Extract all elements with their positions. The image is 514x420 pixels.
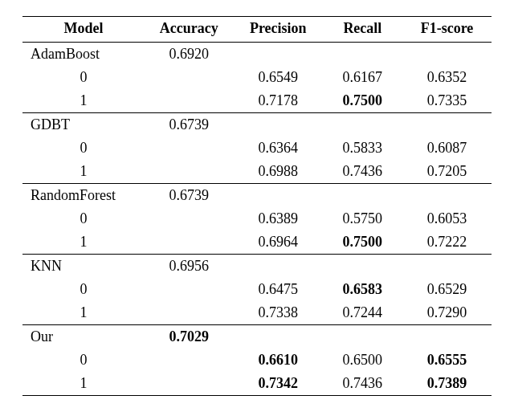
recall-value: 0.6500 — [323, 349, 402, 372]
f1-value: 0.7290 — [402, 301, 492, 325]
accuracy-value: 0.6920 — [145, 43, 234, 67]
table-group-header: Our0.7029 — [22, 325, 492, 349]
table-group-header: AdamBoost0.6920 — [22, 43, 492, 67]
col-recall: Recall — [323, 17, 402, 43]
empty-cell — [145, 137, 234, 160]
table-row: 10.73420.74360.7389 — [22, 372, 492, 396]
model-name: RandomForest — [22, 184, 145, 208]
f1-value: 0.6352 — [402, 66, 492, 89]
results-table: Model Accuracy Precision Recall F1-score… — [22, 16, 492, 396]
empty-cell — [145, 89, 234, 113]
empty-cell — [145, 372, 234, 396]
precision-value: 0.6964 — [234, 230, 323, 255]
table-header-row: Model Accuracy Precision Recall F1-score — [22, 17, 492, 43]
model-name: KNN — [22, 255, 145, 279]
recall-value: 0.7436 — [323, 160, 402, 184]
model-name: Our — [22, 325, 145, 349]
precision-value: 0.6549 — [234, 66, 323, 89]
table-group-header: KNN0.6956 — [22, 255, 492, 279]
class-label: 1 — [22, 89, 145, 113]
empty-cell — [402, 184, 492, 208]
empty-cell — [145, 349, 234, 372]
col-precision: Precision — [234, 17, 323, 43]
precision-value: 0.6389 — [234, 207, 323, 230]
empty-cell — [145, 301, 234, 325]
recall-value: 0.7436 — [323, 372, 402, 396]
empty-cell — [145, 160, 234, 184]
model-name: GDBT — [22, 113, 145, 137]
empty-cell — [323, 325, 402, 349]
precision-value: 0.7178 — [234, 89, 323, 113]
table-group-header: GDBT0.6739 — [22, 113, 492, 137]
table-row: 00.63640.58330.6087 — [22, 137, 492, 160]
col-accuracy: Accuracy — [145, 17, 234, 43]
empty-cell — [402, 43, 492, 67]
f1-value: 0.7335 — [402, 89, 492, 113]
precision-value: 0.6610 — [234, 349, 323, 372]
precision-value: 0.7338 — [234, 301, 323, 325]
empty-cell — [323, 43, 402, 67]
class-label: 1 — [22, 230, 145, 255]
precision-value: 0.6475 — [234, 278, 323, 301]
table-row: 00.65490.61670.6352 — [22, 66, 492, 89]
class-label: 0 — [22, 137, 145, 160]
f1-value: 0.6087 — [402, 137, 492, 160]
accuracy-value: 0.6739 — [145, 113, 234, 137]
empty-cell — [234, 325, 323, 349]
accuracy-value: 0.6739 — [145, 184, 234, 208]
col-model: Model — [22, 17, 145, 43]
recall-value: 0.5750 — [323, 207, 402, 230]
empty-cell — [402, 113, 492, 137]
recall-value: 0.5833 — [323, 137, 402, 160]
recall-value: 0.7244 — [323, 301, 402, 325]
model-name: AdamBoost — [22, 43, 145, 67]
empty-cell — [323, 184, 402, 208]
f1-value: 0.7389 — [402, 372, 492, 396]
empty-cell — [402, 255, 492, 279]
accuracy-value: 0.7029 — [145, 325, 234, 349]
empty-cell — [145, 278, 234, 301]
empty-cell — [145, 66, 234, 89]
f1-value: 0.6529 — [402, 278, 492, 301]
f1-value: 0.7222 — [402, 230, 492, 255]
empty-cell — [402, 325, 492, 349]
empty-cell — [234, 113, 323, 137]
table-group-header: RandomForest0.6739 — [22, 184, 492, 208]
table-row: 00.63890.57500.6053 — [22, 207, 492, 230]
f1-value: 0.6555 — [402, 349, 492, 372]
recall-value: 0.6167 — [323, 66, 402, 89]
table-row: 10.69640.75000.7222 — [22, 230, 492, 255]
class-label: 0 — [22, 278, 145, 301]
f1-value: 0.7205 — [402, 160, 492, 184]
accuracy-value: 0.6956 — [145, 255, 234, 279]
table-row: 10.73380.72440.7290 — [22, 301, 492, 325]
precision-value: 0.6364 — [234, 137, 323, 160]
empty-cell — [145, 230, 234, 255]
empty-cell — [323, 113, 402, 137]
empty-cell — [234, 43, 323, 67]
recall-value: 0.6583 — [323, 278, 402, 301]
recall-value: 0.7500 — [323, 230, 402, 255]
recall-value: 0.7500 — [323, 89, 402, 113]
table-row: 00.66100.65000.6555 — [22, 349, 492, 372]
col-f1: F1-score — [402, 17, 492, 43]
table-row: 00.64750.65830.6529 — [22, 278, 492, 301]
precision-value: 0.7342 — [234, 372, 323, 396]
precision-value: 0.6988 — [234, 160, 323, 184]
empty-cell — [145, 207, 234, 230]
empty-cell — [323, 255, 402, 279]
table-row: 10.69880.74360.7205 — [22, 160, 492, 184]
class-label: 0 — [22, 207, 145, 230]
empty-cell — [234, 255, 323, 279]
f1-value: 0.6053 — [402, 207, 492, 230]
empty-cell — [234, 184, 323, 208]
class-label: 1 — [22, 301, 145, 325]
class-label: 1 — [22, 160, 145, 184]
table-row: 10.71780.75000.7335 — [22, 89, 492, 113]
class-label: 1 — [22, 372, 145, 396]
class-label: 0 — [22, 66, 145, 89]
class-label: 0 — [22, 349, 145, 372]
